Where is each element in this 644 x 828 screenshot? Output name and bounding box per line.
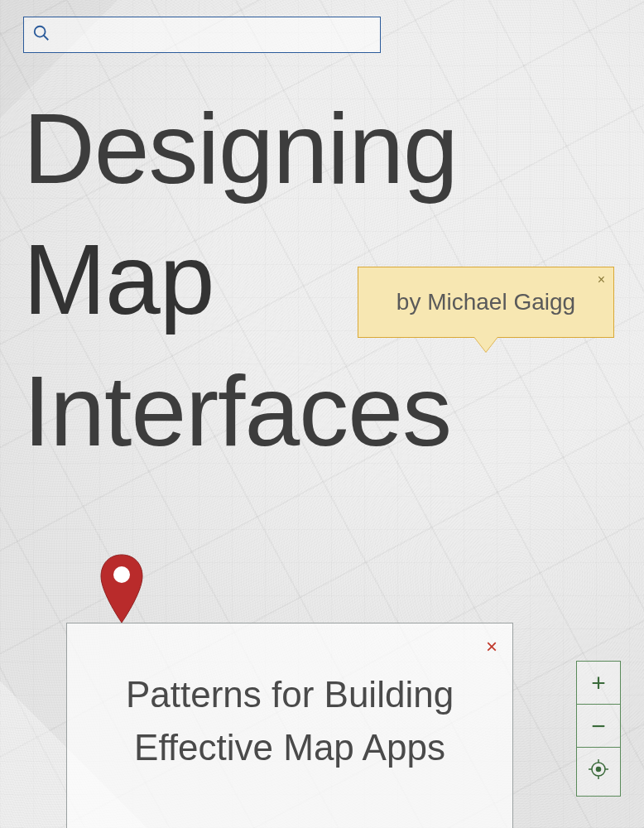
zoom-control: + − — [576, 661, 621, 797]
callout-tail-icon — [474, 337, 497, 352]
search-input[interactable] — [57, 26, 380, 44]
locate-button[interactable] — [577, 748, 620, 796]
subtitle-line-2: Effective Map Apps — [134, 727, 445, 768]
author-callout: × by Michael Gaigg — [358, 267, 614, 338]
zoom-out-button[interactable]: − — [577, 705, 620, 748]
svg-point-2 — [113, 566, 130, 583]
search-icon — [32, 24, 50, 46]
svg-line-1 — [44, 36, 49, 41]
close-icon[interactable]: × — [598, 272, 605, 287]
subtitle-panel: × Patterns for Building Effective Map Ap… — [66, 623, 513, 828]
svg-point-0 — [35, 26, 46, 37]
author-label: by Michael Gaigg — [396, 289, 575, 315]
search-box[interactable] — [23, 17, 381, 53]
svg-point-4 — [597, 768, 601, 772]
close-icon[interactable]: × — [486, 635, 497, 658]
crosshair-icon — [588, 758, 609, 786]
title-line-3: Interfaces — [23, 345, 603, 476]
subtitle-line-1: Patterns for Building — [126, 674, 454, 715]
title-line-1: Designing — [23, 83, 603, 214]
map-pin-icon — [98, 551, 146, 628]
subtitle-text: Patterns for Building Effective Map Apps — [100, 668, 479, 774]
zoom-in-button[interactable]: + — [577, 662, 620, 705]
